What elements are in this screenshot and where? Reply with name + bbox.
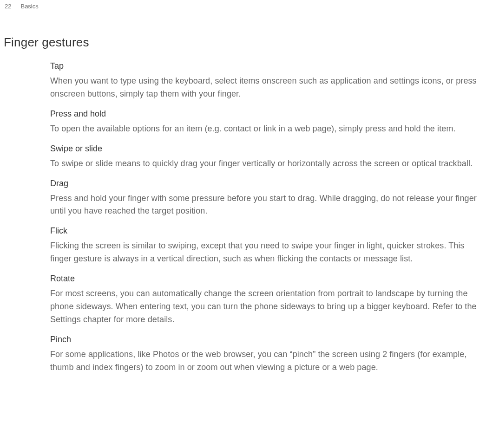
subsection-swipe-or-slide: Swipe or slide To swipe or slide means t… xyxy=(50,144,479,170)
subsection-drag: Drag Press and hold your finger with som… xyxy=(50,179,479,218)
subsection-title: Pinch xyxy=(50,335,479,344)
subsection-title: Press and hold xyxy=(50,109,479,119)
subsection-press-and-hold: Press and hold To open the available opt… xyxy=(50,109,479,136)
subsection-body: To open the available options for an ite… xyxy=(50,123,479,136)
content-area: Tap When you want to type using the keyb… xyxy=(0,61,486,374)
subsection-body: Press and hold your finger with some pre… xyxy=(50,192,479,218)
page-number: 22 xyxy=(5,3,11,10)
subsection-title: Flick xyxy=(50,226,479,236)
subsection-title: Swipe or slide xyxy=(50,144,479,154)
subsection-body: For some applications, like Photos or th… xyxy=(50,348,479,374)
subsection-tap: Tap When you want to type using the keyb… xyxy=(50,61,479,101)
subsection-title: Rotate xyxy=(50,274,479,284)
subsection-title: Drag xyxy=(50,179,479,188)
subsection-title: Tap xyxy=(50,61,479,71)
subsection-flick: Flick Flicking the screen is similar to … xyxy=(50,226,479,266)
subsection-rotate: Rotate For most screens, you can automat… xyxy=(50,274,479,326)
subsection-body: For most screens, you can automatically … xyxy=(50,287,479,326)
page-header: 22 Basics xyxy=(0,0,486,10)
subsection-body: To swipe or slide means to quickly drag … xyxy=(50,157,479,170)
subsection-pinch: Pinch For some applications, like Photos… xyxy=(50,335,479,374)
section-title: Finger gestures xyxy=(0,35,486,50)
chapter-name: Basics xyxy=(20,3,38,10)
subsection-body: When you want to type using the keyboard… xyxy=(50,75,479,101)
subsection-body: Flicking the screen is similar to swipin… xyxy=(50,240,479,266)
